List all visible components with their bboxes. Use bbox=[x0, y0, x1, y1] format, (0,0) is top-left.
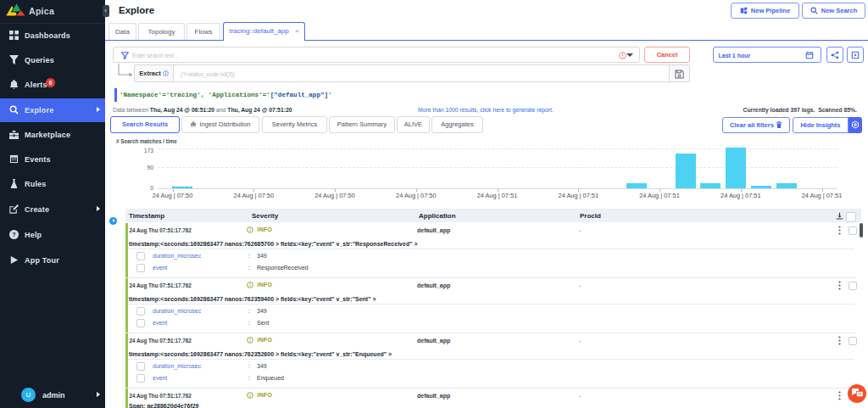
svg-text:?: ? bbox=[12, 231, 16, 238]
